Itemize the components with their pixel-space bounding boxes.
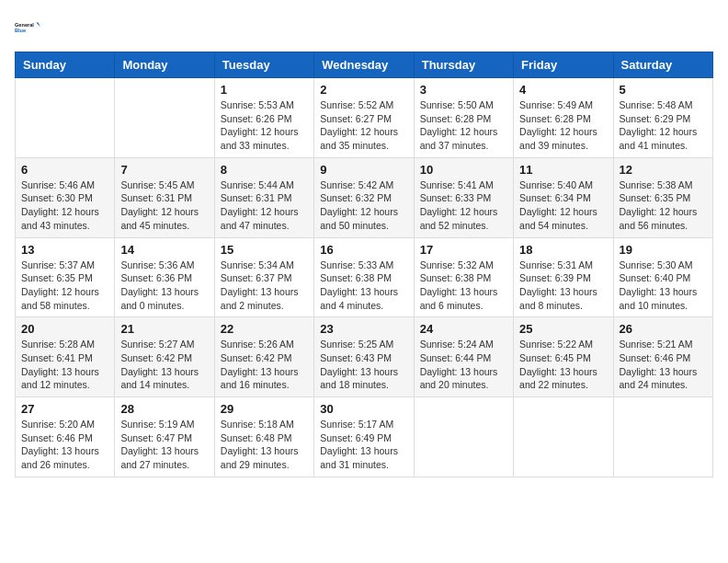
logo: GeneralBlue	[15, 15, 40, 40]
day-number: 5	[620, 83, 707, 97]
day-number: 23	[320, 322, 407, 336]
day-info: Sunrise: 5:33 AMSunset: 6:38 PMDaylight:…	[320, 259, 407, 313]
calendar-cell: 23Sunrise: 5:25 AMSunset: 6:43 PMDayligh…	[314, 317, 414, 397]
calendar-week-5: 27Sunrise: 5:20 AMSunset: 6:46 PMDayligh…	[16, 397, 713, 477]
calendar-cell: 7Sunrise: 5:45 AMSunset: 6:31 PMDaylight…	[115, 157, 214, 237]
day-info: Sunrise: 5:45 AMSunset: 6:31 PMDaylight:…	[120, 178, 208, 233]
day-number: 8	[221, 163, 308, 177]
day-info: Sunrise: 5:37 AMSunset: 6:35 PMDaylight:…	[21, 259, 108, 313]
calendar-cell: 13Sunrise: 5:37 AMSunset: 6:35 PMDayligh…	[16, 237, 115, 317]
svg-text:Blue: Blue	[15, 28, 26, 33]
day-number: 4	[519, 83, 607, 97]
calendar-cell	[115, 78, 214, 158]
calendar-cell: 1Sunrise: 5:53 AMSunset: 6:26 PMDaylight…	[214, 78, 313, 158]
day-info: Sunrise: 5:50 AMSunset: 6:28 PMDaylight:…	[420, 98, 507, 153]
weekday-header-saturday: Saturday	[613, 52, 712, 78]
day-info: Sunrise: 5:25 AMSunset: 6:43 PMDaylight:…	[320, 338, 407, 392]
weekday-header-wednesday: Wednesday	[314, 52, 414, 78]
calendar-cell: 17Sunrise: 5:32 AMSunset: 6:38 PMDayligh…	[414, 237, 513, 317]
day-info: Sunrise: 5:36 AMSunset: 6:36 PMDaylight:…	[120, 259, 208, 313]
calendar-week-2: 6Sunrise: 5:46 AMSunset: 6:30 PMDaylight…	[16, 157, 713, 237]
calendar-cell: 28Sunrise: 5:19 AMSunset: 6:47 PMDayligh…	[115, 397, 214, 477]
day-number: 17	[420, 243, 507, 257]
weekday-header-monday: Monday	[115, 52, 214, 78]
calendar-cell: 9Sunrise: 5:42 AMSunset: 6:32 PMDaylight…	[314, 157, 414, 237]
day-number: 28	[120, 402, 208, 416]
logo-icon: GeneralBlue	[15, 15, 40, 40]
calendar-cell: 3Sunrise: 5:50 AMSunset: 6:28 PMDaylight…	[414, 78, 513, 158]
day-info: Sunrise: 5:52 AMSunset: 6:27 PMDaylight:…	[320, 98, 407, 153]
day-number: 1	[221, 83, 308, 97]
day-number: 16	[320, 243, 407, 257]
calendar-cell: 24Sunrise: 5:24 AMSunset: 6:44 PMDayligh…	[414, 317, 513, 397]
day-number: 24	[420, 322, 507, 336]
calendar-cell: 10Sunrise: 5:41 AMSunset: 6:33 PMDayligh…	[414, 157, 513, 237]
calendar-cell	[16, 78, 115, 158]
day-number: 7	[120, 163, 208, 177]
day-info: Sunrise: 5:28 AMSunset: 6:41 PMDaylight:…	[21, 338, 108, 392]
day-number: 10	[420, 163, 507, 177]
calendar-cell: 2Sunrise: 5:52 AMSunset: 6:27 PMDaylight…	[314, 78, 414, 158]
calendar-cell: 15Sunrise: 5:34 AMSunset: 6:37 PMDayligh…	[214, 237, 313, 317]
day-info: Sunrise: 5:32 AMSunset: 6:38 PMDaylight:…	[420, 259, 507, 313]
calendar-cell: 6Sunrise: 5:46 AMSunset: 6:30 PMDaylight…	[16, 157, 115, 237]
day-number: 18	[519, 243, 607, 257]
day-number: 12	[620, 163, 707, 177]
weekday-header-tuesday: Tuesday	[214, 52, 313, 78]
calendar-cell: 26Sunrise: 5:21 AMSunset: 6:46 PMDayligh…	[613, 317, 712, 397]
day-info: Sunrise: 5:40 AMSunset: 6:34 PMDaylight:…	[519, 178, 607, 233]
calendar-cell	[414, 397, 513, 477]
calendar-cell: 19Sunrise: 5:30 AMSunset: 6:40 PMDayligh…	[613, 237, 712, 317]
day-number: 15	[221, 243, 308, 257]
day-info: Sunrise: 5:22 AMSunset: 6:45 PMDaylight:…	[519, 338, 607, 392]
day-number: 22	[221, 322, 308, 336]
day-info: Sunrise: 5:48 AMSunset: 6:29 PMDaylight:…	[620, 98, 707, 153]
day-number: 11	[519, 163, 607, 177]
day-number: 30	[320, 402, 407, 416]
calendar-cell: 18Sunrise: 5:31 AMSunset: 6:39 PMDayligh…	[514, 237, 613, 317]
day-number: 14	[120, 243, 208, 257]
calendar-cell: 22Sunrise: 5:26 AMSunset: 6:42 PMDayligh…	[214, 317, 313, 397]
calendar-cell: 11Sunrise: 5:40 AMSunset: 6:34 PMDayligh…	[514, 157, 613, 237]
day-info: Sunrise: 5:20 AMSunset: 6:46 PMDaylight:…	[21, 418, 108, 472]
weekday-header-friday: Friday	[514, 52, 613, 78]
svg-text:General: General	[15, 22, 34, 28]
calendar-week-1: 1Sunrise: 5:53 AMSunset: 6:26 PMDaylight…	[16, 78, 713, 158]
weekday-header-row: SundayMondayTuesdayWednesdayThursdayFrid…	[16, 52, 713, 78]
day-number: 21	[120, 322, 208, 336]
day-number: 9	[320, 163, 407, 177]
calendar-cell: 20Sunrise: 5:28 AMSunset: 6:41 PMDayligh…	[16, 317, 115, 397]
day-info: Sunrise: 5:30 AMSunset: 6:40 PMDaylight:…	[620, 259, 707, 313]
day-info: Sunrise: 5:44 AMSunset: 6:31 PMDaylight:…	[221, 178, 308, 233]
weekday-header-thursday: Thursday	[414, 52, 513, 78]
calendar-cell: 25Sunrise: 5:22 AMSunset: 6:45 PMDayligh…	[514, 317, 613, 397]
calendar-week-3: 13Sunrise: 5:37 AMSunset: 6:35 PMDayligh…	[16, 237, 713, 317]
calendar-cell: 8Sunrise: 5:44 AMSunset: 6:31 PMDaylight…	[214, 157, 313, 237]
day-info: Sunrise: 5:31 AMSunset: 6:39 PMDaylight:…	[519, 259, 607, 313]
day-number: 20	[21, 322, 108, 336]
calendar-cell	[613, 397, 712, 477]
calendar-cell: 4Sunrise: 5:49 AMSunset: 6:28 PMDaylight…	[514, 78, 613, 158]
day-info: Sunrise: 5:19 AMSunset: 6:47 PMDaylight:…	[120, 418, 208, 472]
calendar-cell: 16Sunrise: 5:33 AMSunset: 6:38 PMDayligh…	[314, 237, 414, 317]
day-info: Sunrise: 5:53 AMSunset: 6:26 PMDaylight:…	[221, 98, 308, 153]
day-info: Sunrise: 5:18 AMSunset: 6:48 PMDaylight:…	[221, 418, 308, 472]
calendar-cell: 5Sunrise: 5:48 AMSunset: 6:29 PMDaylight…	[613, 78, 712, 158]
day-info: Sunrise: 5:46 AMSunset: 6:30 PMDaylight:…	[21, 178, 108, 233]
day-info: Sunrise: 5:41 AMSunset: 6:33 PMDaylight:…	[420, 178, 507, 233]
day-info: Sunrise: 5:21 AMSunset: 6:46 PMDaylight:…	[620, 338, 707, 392]
day-number: 6	[21, 163, 108, 177]
day-info: Sunrise: 5:17 AMSunset: 6:49 PMDaylight:…	[320, 418, 407, 472]
calendar-week-4: 20Sunrise: 5:28 AMSunset: 6:41 PMDayligh…	[16, 317, 713, 397]
calendar-cell	[514, 397, 613, 477]
day-info: Sunrise: 5:42 AMSunset: 6:32 PMDaylight:…	[320, 178, 407, 233]
day-number: 26	[620, 322, 707, 336]
day-info: Sunrise: 5:24 AMSunset: 6:44 PMDaylight:…	[420, 338, 507, 392]
day-info: Sunrise: 5:27 AMSunset: 6:42 PMDaylight:…	[120, 338, 208, 392]
calendar-cell: 30Sunrise: 5:17 AMSunset: 6:49 PMDayligh…	[314, 397, 414, 477]
calendar-cell: 14Sunrise: 5:36 AMSunset: 6:36 PMDayligh…	[115, 237, 214, 317]
day-info: Sunrise: 5:26 AMSunset: 6:42 PMDaylight:…	[221, 338, 308, 392]
calendar-table: SundayMondayTuesdayWednesdayThursdayFrid…	[15, 52, 713, 477]
day-number: 2	[320, 83, 407, 97]
calendar-cell: 21Sunrise: 5:27 AMSunset: 6:42 PMDayligh…	[115, 317, 214, 397]
